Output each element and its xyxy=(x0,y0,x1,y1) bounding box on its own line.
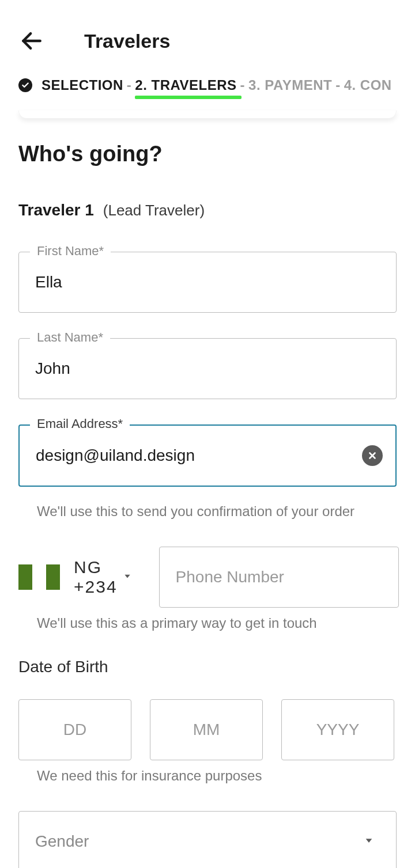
clear-email-button[interactable] xyxy=(362,445,383,466)
phone-input[interactable] xyxy=(159,547,399,608)
close-icon xyxy=(367,450,378,461)
section-title: Who's going? xyxy=(18,142,397,166)
flag-icon xyxy=(18,564,60,590)
summary-card-bottom xyxy=(18,111,397,119)
last-name-field: Last Name* xyxy=(18,338,397,399)
traveler-header: Traveler 1 (Lead Traveler) xyxy=(18,201,397,219)
step-underline xyxy=(135,96,241,99)
back-button[interactable] xyxy=(18,28,45,54)
email-helper: We'll use this to send you confirmation … xyxy=(18,502,397,521)
email-field: Email Address* xyxy=(18,424,397,487)
dob-helper: We need this for insurance purposes xyxy=(18,766,397,786)
chevron-down-icon xyxy=(123,572,131,582)
phone-helper: We'll use this as a primary way to get i… xyxy=(18,613,397,633)
chevron-down-icon xyxy=(364,836,373,847)
email-label: Email Address* xyxy=(30,416,130,431)
step-selection: SELECTION xyxy=(42,77,123,93)
country-code-label: NG +234 xyxy=(74,558,118,597)
step-separator: - xyxy=(240,77,246,93)
dob-day-input[interactable] xyxy=(18,699,131,760)
gender-field: Gender xyxy=(18,811,397,868)
last-name-input[interactable] xyxy=(18,338,397,399)
step-travelers: 2. TRAVELERS xyxy=(135,77,236,93)
traveler-lead-label: (Lead Traveler) xyxy=(103,202,205,219)
svg-marker-3 xyxy=(124,574,130,578)
step-separator: - xyxy=(127,77,132,93)
gender-select[interactable]: Gender xyxy=(18,811,397,868)
last-name-label: Last Name* xyxy=(30,330,110,345)
first-name-label: First Name* xyxy=(30,244,111,259)
check-icon xyxy=(18,78,32,92)
gender-placeholder: Gender xyxy=(35,832,89,851)
step-payment: 3. PAYMENT xyxy=(248,77,332,93)
traveler-number: Traveler 1 xyxy=(18,201,94,219)
arrow-left-icon xyxy=(19,28,44,54)
first-name-field: First Name* xyxy=(18,252,397,313)
step-confirmation: 4. CON xyxy=(344,77,392,93)
dob-month-input[interactable] xyxy=(150,699,263,760)
dob-year-input[interactable] xyxy=(281,699,394,760)
country-code-picker[interactable]: NG +234 xyxy=(18,558,131,597)
svg-marker-4 xyxy=(366,839,372,843)
page-title: Travelers xyxy=(84,30,170,52)
first-name-input[interactable] xyxy=(18,252,397,313)
dob-label: Date of Birth xyxy=(18,658,397,676)
checkout-stepper: SELECTION - 2. TRAVELERS - 3. PAYMENT - … xyxy=(0,73,415,100)
email-input[interactable] xyxy=(18,424,397,487)
step-separator: - xyxy=(335,77,341,93)
